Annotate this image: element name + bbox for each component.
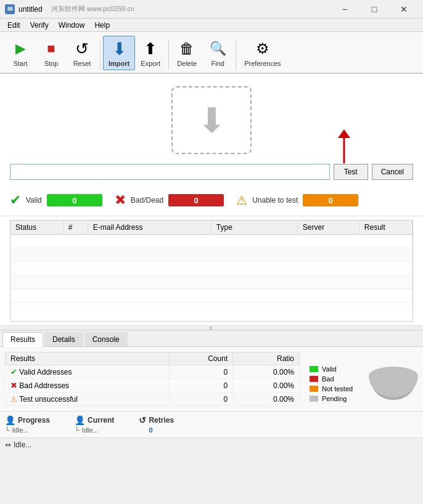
resize-dots: ≡ <box>209 325 214 331</box>
unable-bar: 0 <box>303 194 358 206</box>
current-person-icon: 👤 <box>75 415 85 425</box>
cancel-button[interactable]: Cancel <box>372 164 413 180</box>
drop-box[interactable]: ⬇ <box>171 86 252 154</box>
results-panel: Results Count Ratio ✔ Valid Addresses 0 … <box>0 347 423 411</box>
legend-pending: Pending <box>310 395 359 402</box>
export-button[interactable]: ⬆ Export <box>135 36 166 70</box>
menu-window[interactable]: Window <box>54 20 90 31</box>
result-unsuccessful-ratio: 0.00% <box>233 392 300 406</box>
progress-group: 👤 Progress └ Idle... <box>5 415 50 434</box>
valid-check-icon: ✔ <box>10 192 21 208</box>
progress-section: 👤 Progress └ Idle... 👤 Current └ Idle...… <box>0 411 423 437</box>
table-row <box>10 289 413 303</box>
delete-button[interactable]: 🗑 Delete <box>171 36 202 70</box>
tab-results[interactable]: Results <box>2 332 43 347</box>
result-valid-ratio: 0.00% <box>233 365 300 379</box>
col-server: Server <box>297 221 359 235</box>
unable-count: 0 <box>329 196 333 205</box>
reset-button[interactable]: ↺ Reset <box>67 36 97 70</box>
status-icon: ⇔ <box>5 441 11 449</box>
import-button[interactable]: ⬇ Import <box>103 36 135 70</box>
valid-bar: 0 <box>47 194 102 206</box>
status-counters: ✔ Valid 0 ✖ Bad/Dead 0 ⚠ Unable to test … <box>0 187 423 216</box>
col-email: E-mail Address <box>88 221 211 235</box>
progress-tree-icon: └ <box>5 426 10 434</box>
col-num: # <box>63 221 88 235</box>
menu-help[interactable]: Help <box>89 20 115 31</box>
toolbar: ▶ Start ■ Stop ↺ Reset ⬇ Import ⬆ Export… <box>0 32 423 74</box>
stop-button[interactable]: ■ Stop <box>36 36 67 70</box>
legend-valid-color <box>310 366 318 372</box>
tabs-bar: Results Details Console <box>0 331 423 347</box>
retries-label: Retries <box>149 416 174 425</box>
legend-not-tested: Not tested <box>310 385 359 392</box>
col-type: Type <box>211 221 297 235</box>
import-icon: ⬇ <box>109 39 129 59</box>
col-result: Result <box>359 221 412 235</box>
resize-handle[interactable]: ≡ <box>0 325 423 330</box>
delete-icon: 🗑 <box>177 39 197 59</box>
reset-label: Reset <box>73 60 91 67</box>
email-table-scroll[interactable]: Status # E-mail Address Type Server Resu… <box>10 220 413 322</box>
maximize-button[interactable]: □ <box>360 0 388 18</box>
table-row <box>10 248 413 262</box>
legend-valid: Valid <box>310 365 359 373</box>
current-title: 👤 Current <box>75 415 114 425</box>
person-icon: 👤 <box>5 415 15 425</box>
legend-bad-label: Bad <box>322 375 334 383</box>
retries-title: ↺ Retries <box>139 415 174 425</box>
menu-bar: Edit Verify Window Help <box>0 18 423 32</box>
bad-count: 0 <box>194 196 199 205</box>
table-row <box>10 262 413 275</box>
start-button[interactable]: ▶ Start <box>5 36 36 70</box>
result-bad-ratio: 0.00% <box>233 379 300 392</box>
table-row <box>10 235 413 248</box>
result-bad-label: ✖ Bad Addresses <box>6 379 170 392</box>
progress-val: Idle... <box>12 426 29 434</box>
test-button[interactable]: Test <box>334 164 368 180</box>
current-label: Current <box>88 416 114 425</box>
export-label: Export <box>141 60 160 67</box>
email-table-container: Status # E-mail Address Type Server Resu… <box>5 220 418 322</box>
watermark: 河东软件网 www.pc0359.cn <box>51 4 134 14</box>
progress-title: 👤 Progress <box>5 415 50 425</box>
url-input[interactable] <box>10 164 330 180</box>
preferences-icon: ⚙ <box>253 39 273 59</box>
res-col-count: Count <box>169 352 233 365</box>
current-group: 👤 Current └ Idle... <box>75 415 114 434</box>
result-valid-label: ✔ Valid Addresses <box>6 365 170 379</box>
close-button[interactable]: ✕ <box>390 0 418 18</box>
app-title: untitled <box>18 5 43 14</box>
current-tree-icon: └ <box>75 426 80 434</box>
results-table-container: Results Count Ratio ✔ Valid Addresses 0 … <box>5 352 300 406</box>
result-row-unsuccessful: ⚠ Test unsuccessful 0 0.00% <box>6 392 300 406</box>
email-table: Status # E-mail Address Type Server Resu… <box>10 221 413 303</box>
tab-details[interactable]: Details <box>44 332 83 346</box>
tab-console[interactable]: Console <box>84 332 128 346</box>
url-bar-container: Test Cancel <box>0 164 423 187</box>
status-bar: ⇔ Idle... <box>0 437 423 452</box>
retries-icon: ↺ <box>139 415 146 425</box>
bad-counter: ✖ Bad/Dead 0 <box>115 192 224 208</box>
window-controls: − □ ✕ <box>331 0 418 18</box>
menu-edit[interactable]: Edit <box>2 20 25 31</box>
unable-label: Unable to test <box>252 196 298 205</box>
menu-verify[interactable]: Verify <box>25 20 54 31</box>
preferences-button[interactable]: ⚙ Preferences <box>239 36 286 70</box>
title-bar: ✉ untitled 河东软件网 www.pc0359.cn − □ ✕ <box>0 0 423 18</box>
drop-area[interactable]: ⬇ <box>0 74 423 164</box>
result-bad-icon: ✖ <box>10 381 17 390</box>
import-label: Import <box>109 60 129 67</box>
find-button[interactable]: 🔍 Find <box>202 36 233 70</box>
find-icon: 🔍 <box>208 39 228 59</box>
valid-count: 0 <box>72 196 76 205</box>
legend-not-tested-label: Not tested <box>322 385 353 392</box>
reset-icon: ↺ <box>72 39 92 59</box>
result-valid-icon: ✔ <box>10 367 17 376</box>
app-icon: ✉ <box>5 4 15 14</box>
legend-not-tested-color <box>310 386 318 392</box>
status-text: Idle... <box>14 441 31 449</box>
legend: Valid Bad Not tested Pending <box>310 352 359 406</box>
minimize-button[interactable]: − <box>331 0 359 18</box>
bad-label: Bad/Dead <box>131 196 163 205</box>
